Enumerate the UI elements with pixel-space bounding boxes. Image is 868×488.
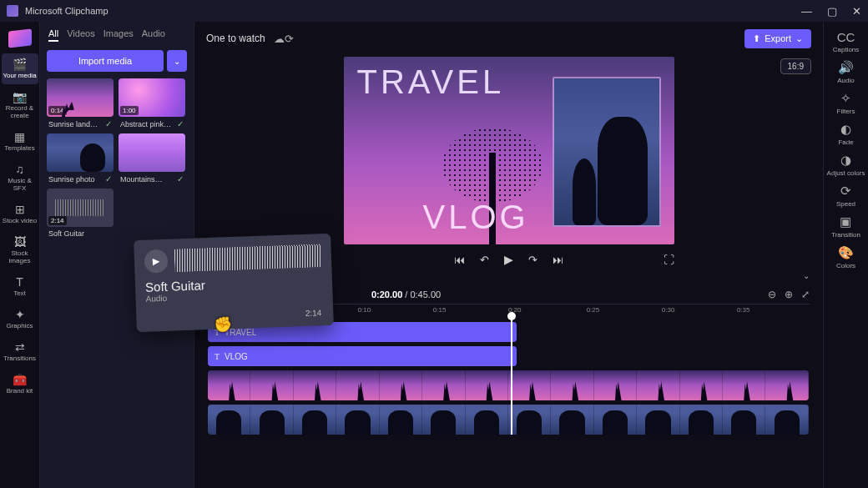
check-icon: ✓	[105, 119, 112, 128]
clip-soft-guitar[interactable]: 2:14 Soft Guitar	[47, 189, 114, 238]
rail-captions[interactable]: CCCaptions	[833, 30, 860, 53]
fade-icon: ◐	[838, 122, 853, 137]
export-button[interactable]: ⬆Export⌄	[744, 29, 811, 48]
preview-text-vlog: VLOG	[423, 199, 529, 236]
camera-icon: 📷	[2, 91, 38, 103]
import-media-button[interactable]: Import media	[47, 50, 164, 72]
graphics-icon: ✦	[2, 309, 38, 320]
rail-adjust-colors[interactable]: ◑Adjust colors	[827, 153, 865, 177]
video-icon: ⊞	[2, 204, 38, 215]
rail-graphics[interactable]: ✦Graphics	[2, 304, 38, 335]
drag-clip-duration: 2:14	[305, 308, 322, 318]
fullscreen-button[interactable]: ⛶	[664, 254, 674, 266]
waveform-icon	[55, 199, 105, 216]
rail-fade[interactable]: ◐Fade	[838, 122, 853, 146]
preview-inset-photo	[553, 77, 661, 227]
rail-stock-video[interactable]: ⊞Stock video	[2, 199, 38, 229]
drag-preview-card[interactable]: ▶ Soft Guitar Audio 2:14	[134, 234, 334, 332]
close-button[interactable]: ✕	[852, 5, 861, 18]
zoom-out-button[interactable]: ⊖	[768, 289, 776, 300]
maximize-button[interactable]: ▢	[827, 5, 837, 18]
image-icon: 🖼	[2, 236, 38, 248]
title-bar: Microsoft Clipchamp — ▢ ✕	[0, 0, 868, 22]
rail-your-media[interactable]: 🎬Your media	[2, 53, 38, 84]
playhead[interactable]	[511, 319, 512, 435]
timeline-collapse-button[interactable]: ⌄	[803, 271, 810, 280]
rail-music-sfx[interactable]: ♫Music & SFX	[2, 158, 38, 197]
text-clip-vlog[interactable]: TVLOG	[208, 346, 517, 366]
upload-icon: ⬆	[753, 33, 760, 44]
text-icon: T	[214, 352, 220, 361]
skip-start-button[interactable]: ⏮	[454, 254, 465, 266]
minimize-button[interactable]: —	[801, 5, 812, 18]
video-clip-photo[interactable]	[208, 405, 809, 435]
window-controls: — ▢ ✕	[801, 5, 861, 18]
tab-audio[interactable]: Audio	[142, 28, 165, 42]
import-dropdown-button[interactable]: ⌄	[167, 50, 187, 72]
clip-thumbnail	[119, 133, 185, 172]
project-name[interactable]: One to watch	[206, 33, 265, 44]
zoom-fit-button[interactable]: ⤢	[801, 289, 810, 300]
text-icon: T	[2, 276, 38, 288]
app-title: Microsoft Clipchamp	[25, 6, 108, 16]
video-clip-sunrise[interactable]	[208, 370, 809, 400]
captions-icon: CC	[833, 30, 860, 44]
preview-text-travel: TRAVEL	[357, 63, 505, 101]
grab-cursor-icon: ✊	[214, 315, 232, 334]
templates-icon: ▦	[2, 131, 38, 143]
cloud-sync-icon[interactable]: ☁⟳	[274, 33, 294, 45]
check-icon: ✓	[105, 174, 112, 184]
speaker-icon: 🔊	[837, 60, 854, 75]
speed-icon: ⟳	[836, 184, 855, 199]
filters-icon: ✧	[837, 91, 855, 106]
tab-all[interactable]: All	[48, 28, 58, 42]
aspect-ratio-badge[interactable]: 16:9	[780, 58, 811, 74]
transport-controls: ⏮ ↶ ▶ ↷ ⏭ ⛶	[344, 253, 674, 266]
app-logo-icon	[7, 5, 18, 17]
check-icon: ✓	[177, 174, 184, 184]
video-track-2[interactable]	[208, 405, 810, 435]
rail-templates[interactable]: ▦Templates	[2, 126, 38, 157]
clip-abstract-pink[interactable]: 1:00 Abstract pink…✓	[119, 78, 185, 128]
video-track-1[interactable]	[208, 370, 810, 400]
rail-brand-kit[interactable]: 🧰Brand kit	[2, 369, 38, 400]
preview-play-button[interactable]: ▶	[144, 249, 169, 274]
tab-images[interactable]: Images	[103, 28, 134, 42]
rail-audio[interactable]: 🔊Audio	[837, 60, 854, 84]
rewind-button[interactable]: ↶	[480, 254, 489, 266]
rail-speed[interactable]: ⟳Speed	[836, 184, 855, 208]
play-button[interactable]: ▶	[504, 253, 513, 266]
rail-colors[interactable]: 🎨Colors	[836, 245, 855, 269]
clip-thumbnail: 1:00	[119, 78, 185, 117]
rail-stock-images[interactable]: 🖼Stock images	[2, 231, 38, 269]
zoom-in-button[interactable]: ⊕	[785, 289, 793, 300]
media-icon: 🎬	[2, 58, 38, 70]
rail-record-create[interactable]: 📷Record & create	[2, 86, 38, 124]
adjust-icon: ◑	[827, 153, 865, 168]
text-track-2[interactable]: TVLOG	[208, 346, 810, 366]
rail-text[interactable]: TText	[2, 271, 38, 302]
left-tool-rail: 🎬Your media 📷Record & create ▦Templates …	[0, 22, 40, 488]
transitions-icon: ⇄	[2, 341, 38, 353]
chevron-down-icon: ⌄	[795, 33, 803, 44]
brand-icon: 🧰	[2, 374, 38, 385]
palette-icon: 🎨	[836, 245, 855, 260]
music-icon: ♫	[2, 164, 38, 175]
tab-videos[interactable]: Videos	[67, 28, 94, 42]
rail-transitions[interactable]: ⇄Transitions	[2, 336, 38, 367]
clip-sunrise-photo[interactable]: Sunrise photo✓	[47, 133, 114, 184]
timeline-tracks: TTRAVEL TVLOG	[194, 319, 823, 435]
video-preview[interactable]: TRAVEL VLOG	[344, 57, 674, 244]
clip-sunrise-landscape[interactable]: 0:14 Sunrise land…✓	[47, 78, 114, 128]
skip-end-button[interactable]: ⏭	[553, 254, 563, 266]
check-icon: ✓	[177, 119, 184, 128]
clip-mountains[interactable]: Mountains…✓	[119, 133, 185, 184]
clip-thumbnail: 2:14	[47, 189, 114, 227]
timeline-timecode: 0:20.00 / 0:45.00	[371, 289, 441, 299]
media-grid: 0:14 Sunrise land…✓ 1:00 Abstract pink…✓…	[40, 78, 194, 238]
rail-filters[interactable]: ✧Filters	[837, 91, 855, 115]
media-tabs: All Videos Images Audio	[40, 22, 194, 45]
clip-thumbnail	[47, 133, 114, 172]
forward-button[interactable]: ↷	[528, 254, 537, 266]
rail-transition[interactable]: ▣Transition	[831, 214, 860, 239]
